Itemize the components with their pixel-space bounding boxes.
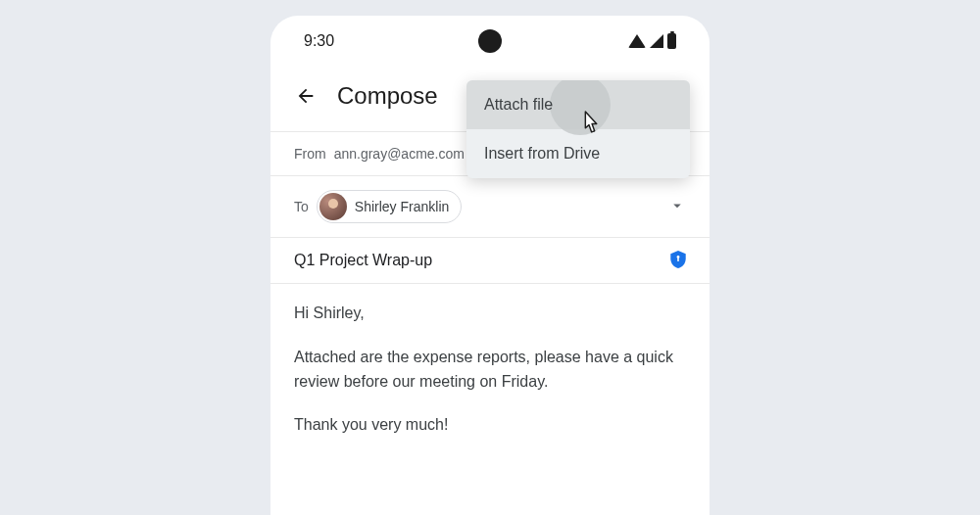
back-button[interactable] [294,84,318,108]
menu-item-label: Insert from Drive [484,145,600,162]
body-paragraph: Hi Shirley, [294,302,686,326]
email-body[interactable]: Hi Shirley, Attached are the expense rep… [270,284,710,475]
svg-rect-1 [677,258,679,261]
body-paragraph: Attached are the expense reports, please… [294,346,686,395]
attach-menu: Attach file Insert from Drive [466,80,690,178]
expand-recipients-button[interactable] [668,197,686,217]
battery-icon [667,33,676,49]
chevron-down-icon [668,197,686,214]
body-paragraph: Thank you very much! [294,413,686,438]
from-label: From [294,146,326,162]
subject-row[interactable]: Q1 Project Wrap-up [270,238,710,284]
subject-text: Q1 Project Wrap-up [294,252,432,269]
compose-title: Compose [337,82,438,110]
recipient-chip[interactable]: Shirley Franklin [317,190,462,223]
status-time: 9:30 [304,32,334,50]
back-arrow-icon [295,85,317,107]
phone-frame: 9:30 Compose From ann.gray@acme.com To S… [270,16,710,515]
recipient-name: Shirley Franklin [355,199,449,214]
menu-item-attach-file[interactable]: Attach file [466,80,690,129]
confidential-mode-button[interactable] [670,251,686,271]
to-label: To [294,199,309,214]
menu-item-label: Attach file [484,96,553,113]
signal-icon [650,34,663,48]
menu-item-insert-drive[interactable]: Insert from Drive [466,129,690,178]
wifi-icon [628,34,646,48]
status-bar: 9:30 [270,16,710,67]
to-row[interactable]: To Shirley Franklin [270,176,710,238]
shield-icon [670,251,686,268]
status-icons [628,33,676,49]
avatar [319,193,347,220]
camera-punch-hole [478,29,502,53]
from-value: ann.gray@acme.com [334,146,465,162]
